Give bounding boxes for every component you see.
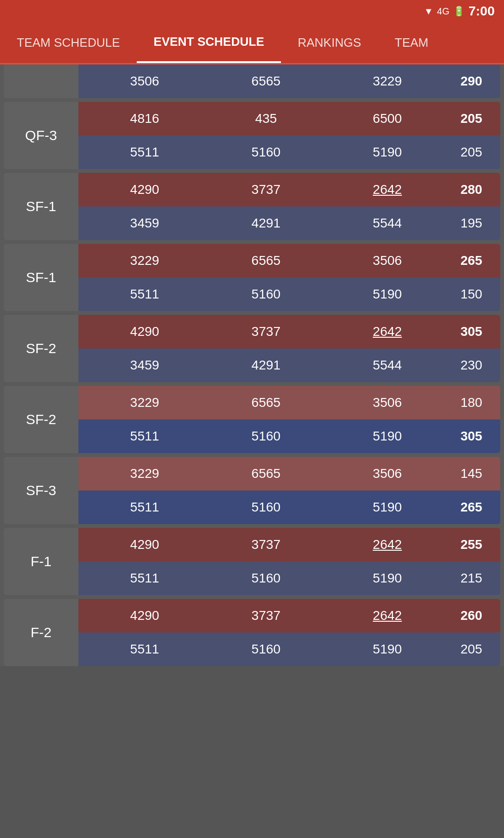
team-sf1a-b2: 4291 [205, 216, 327, 231]
team-sf1b-b3: 5190 [327, 287, 448, 302]
team-f1-b1: 5511 [84, 571, 205, 586]
team-sf1b-b1: 5511 [84, 287, 205, 302]
team-f1-r2: 3737 [205, 537, 327, 552]
team-sf2b-r1: 3229 [84, 395, 205, 410]
team-sf2a-r3: 2642 [327, 324, 448, 339]
match-label-sf1b: SF-1 [4, 244, 78, 311]
match-label-sf3: SF-3 [4, 457, 78, 524]
score-sf1a-red: 280 [448, 182, 495, 197]
match-label-sf2b: SF-2 [4, 386, 78, 453]
match-qf3: QF-3 4816 435 6500 205 5511 5160 5190 20… [4, 102, 500, 169]
red-alliance-f2: 4290 3737 2642 260 [78, 599, 500, 632]
match-label-f2: F-2 [4, 599, 78, 666]
score-qf3-blue: 205 [448, 145, 495, 160]
blue-alliance-f1: 5511 5160 5190 215 [78, 561, 500, 595]
status-icons: ▼ 4G 🔋 7:00 [424, 4, 495, 19]
match-label-f1: F-1 [4, 528, 78, 595]
blue-alliance-sf2a: 3459 4291 5544 230 [78, 348, 500, 382]
team-sf2b-r2: 6565 [205, 395, 327, 410]
team-sf3-r1: 3229 [84, 466, 205, 481]
nav-rankings[interactable]: RANKINGS [281, 22, 378, 63]
match-sf1a: SF-1 4290 3737 2642 280 3459 4291 5544 1… [4, 173, 500, 240]
team-qf3-b3: 5190 [327, 145, 448, 160]
team-sf3-r3: 3506 [327, 466, 448, 481]
team-sf1a-r1: 4290 [84, 182, 205, 197]
match-alliances-sf2a: 4290 3737 2642 305 3459 4291 5544 230 [78, 315, 500, 382]
match-sf1b: SF-1 3229 6565 3506 265 5511 5160 5190 1… [4, 244, 500, 311]
match-alliances-f1: 4290 3737 2642 255 5511 5160 5190 215 [78, 528, 500, 595]
team-sf1b-r1: 3229 [84, 253, 205, 268]
score-sf2b-red: 180 [448, 395, 495, 410]
match-sf3: SF-3 3229 6565 3506 145 5511 5160 5190 2… [4, 457, 500, 524]
nav-team-schedule[interactable]: TEAM SCHEDULE [0, 22, 137, 63]
team-qf3-r1: 4816 [84, 111, 205, 126]
team-sf1a-b3: 5544 [327, 216, 448, 231]
team-sf3-b1: 5511 [84, 500, 205, 515]
match-sf2a: SF-2 4290 3737 2642 305 3459 4291 5544 2… [4, 315, 500, 382]
team-f2-b2: 5160 [205, 642, 327, 657]
score-sf1a-blue: 195 [448, 216, 495, 231]
partial-score: 290 [448, 74, 495, 89]
team-sf1a-r2: 3737 [205, 182, 327, 197]
red-alliance-f1: 4290 3737 2642 255 [78, 528, 500, 561]
team-f1-b2: 5160 [205, 571, 327, 586]
team-sf2a-r1: 4290 [84, 324, 205, 339]
score-f2-red: 260 [448, 608, 495, 623]
score-sf3-red: 145 [448, 466, 495, 481]
nav-event-schedule[interactable]: EVENT SCHEDULE [137, 22, 281, 63]
partial-top-row: 3506 6565 3229 290 [4, 64, 500, 98]
red-alliance-sf1a: 4290 3737 2642 280 [78, 173, 500, 206]
partial-team-3: 3229 [327, 74, 448, 89]
match-alliances-f2: 4290 3737 2642 260 5511 5160 5190 205 [78, 599, 500, 666]
score-sf2a-blue: 230 [448, 358, 495, 373]
red-alliance-sf3: 3229 6565 3506 145 [78, 457, 500, 490]
team-qf3-r3: 6500 [327, 111, 448, 126]
team-sf2a-r2: 3737 [205, 324, 327, 339]
team-sf1a-b1: 3459 [84, 216, 205, 231]
nav-bar: TEAM SCHEDULE EVENT SCHEDULE RANKINGS TE… [0, 22, 504, 64]
score-sf2b-blue: 305 [448, 429, 495, 444]
blue-alliance-sf1a: 3459 4291 5544 195 [78, 206, 500, 240]
red-alliance-sf2a: 4290 3737 2642 305 [78, 315, 500, 348]
team-sf1a-r3: 2642 [327, 182, 448, 197]
team-qf3-b2: 5160 [205, 145, 327, 160]
score-sf2a-red: 305 [448, 324, 495, 339]
team-f2-r3: 2642 [327, 608, 448, 623]
team-f2-r1: 4290 [84, 608, 205, 623]
score-f1-blue: 215 [448, 571, 495, 586]
clock: 7:00 [469, 4, 495, 19]
score-qf3-red: 205 [448, 111, 495, 126]
team-sf2b-b1: 5511 [84, 429, 205, 444]
match-alliances-sf1a: 4290 3737 2642 280 3459 4291 5544 195 [78, 173, 500, 240]
match-alliances-qf3: 4816 435 6500 205 5511 5160 5190 205 [78, 102, 500, 169]
team-sf1b-r3: 3506 [327, 253, 448, 268]
match-alliances-sf1b: 3229 6565 3506 265 5511 5160 5190 150 [78, 244, 500, 311]
score-sf3-blue: 265 [448, 500, 495, 515]
team-f2-b1: 5511 [84, 642, 205, 657]
red-alliance-sf1b: 3229 6565 3506 265 [78, 244, 500, 277]
team-sf2b-b3: 5190 [327, 429, 448, 444]
team-sf3-b2: 5160 [205, 500, 327, 515]
team-f1-r1: 4290 [84, 537, 205, 552]
team-f2-b3: 5190 [327, 642, 448, 657]
match-label-qf3: QF-3 [4, 102, 78, 169]
blue-alliance-sf3: 5511 5160 5190 265 [78, 490, 500, 524]
match-sf2b: SF-2 3229 6565 3506 180 5511 5160 5190 3… [4, 386, 500, 453]
match-f1: F-1 4290 3737 2642 255 5511 5160 5190 21… [4, 528, 500, 595]
nav-team[interactable]: TEAM [378, 22, 445, 63]
match-f2: F-2 4290 3737 2642 260 5511 5160 5190 20… [4, 599, 500, 666]
match-alliances-sf3: 3229 6565 3506 145 5511 5160 5190 265 [78, 457, 500, 524]
blue-alliance-f2: 5511 5160 5190 205 [78, 632, 500, 666]
team-sf3-b3: 5190 [327, 500, 448, 515]
match-alliances-sf2b: 3229 6565 3506 180 5511 5160 5190 305 [78, 386, 500, 453]
match-label-sf2a: SF-2 [4, 315, 78, 382]
blue-alliance-qf3: 5511 5160 5190 205 [78, 135, 500, 169]
team-qf3-r2: 435 [205, 111, 327, 126]
battery-icon: 🔋 [453, 6, 465, 17]
team-f1-r3: 2642 [327, 537, 448, 552]
blue-alliance-sf1b: 5511 5160 5190 150 [78, 277, 500, 311]
score-sf1b-blue: 150 [448, 287, 495, 302]
score-f1-red: 255 [448, 537, 495, 552]
team-sf1b-b2: 5160 [205, 287, 327, 302]
status-bar: ▼ 4G 🔋 7:00 [0, 0, 504, 22]
